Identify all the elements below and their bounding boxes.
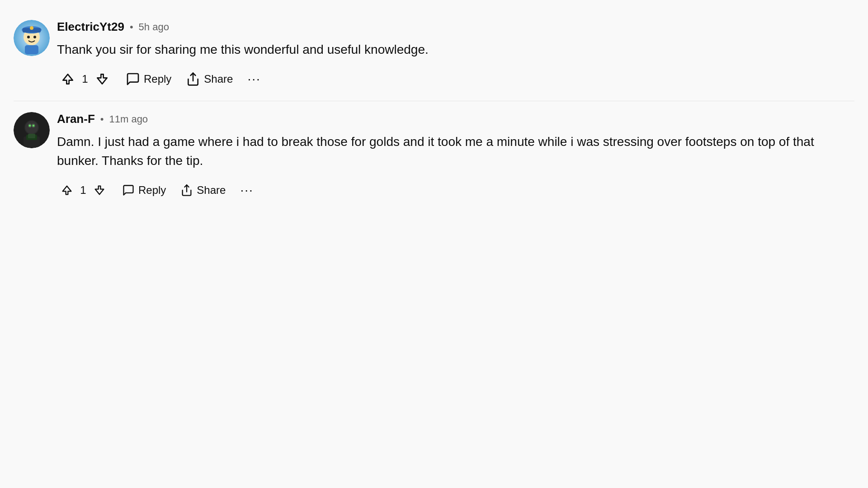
avatar: [14, 20, 50, 56]
vote-count: 1: [79, 184, 88, 197]
reply-label: Reply: [138, 184, 166, 197]
more-label: ···: [240, 183, 253, 197]
comment-item: ElectricYt29 • 5h ago Thank you sir for …: [14, 9, 854, 101]
downvote-button[interactable]: [91, 68, 113, 90]
share-label: Share: [204, 73, 233, 85]
svg-point-7: [30, 26, 33, 30]
comment-text: Damn. I just had a game where i had to b…: [57, 132, 854, 170]
svg-rect-6: [25, 45, 38, 54]
svg-point-5: [33, 36, 36, 38]
comment-header: Aran-F • 11m ago: [57, 112, 854, 126]
downvote-button[interactable]: [90, 180, 109, 200]
more-options-button[interactable]: ···: [235, 179, 259, 201]
share-button[interactable]: Share: [180, 68, 238, 90]
svg-rect-20: [28, 134, 35, 138]
comment-actions: 1 Reply: [57, 68, 854, 90]
comment-item: Aran-F • 11m ago Damn. I just had a game…: [14, 101, 854, 212]
comment-text: Thank you sir for sharing me this wonder…: [57, 40, 854, 59]
comment-dot: •: [130, 21, 133, 33]
comment-header: ElectricYt29 • 5h ago: [57, 20, 854, 34]
share-label: Share: [197, 184, 226, 197]
comment-body: ElectricYt29 • 5h ago Thank you sir for …: [57, 20, 854, 90]
svg-point-11: [25, 121, 38, 134]
vote-area: 1: [57, 180, 109, 200]
share-button[interactable]: Share: [175, 180, 231, 200]
upvote-button[interactable]: [57, 180, 77, 200]
reply-button[interactable]: Reply: [117, 180, 171, 200]
upvote-button[interactable]: [57, 68, 79, 90]
more-label: ···: [247, 72, 260, 86]
comment-author: Aran-F: [57, 112, 95, 126]
comment-time: 11m ago: [109, 113, 148, 125]
more-options-button[interactable]: ···: [242, 68, 266, 90]
comment-author: ElectricYt29: [57, 20, 124, 34]
comment-actions: 1 Reply: [57, 179, 854, 201]
comment-dot: •: [100, 113, 104, 125]
comment-time: 5h ago: [139, 21, 169, 33]
vote-count: 1: [80, 73, 90, 85]
comments-section: ElectricYt29 • 5h ago Thank you sir for …: [0, 0, 868, 221]
vote-area: 1: [57, 68, 113, 90]
svg-point-17: [33, 125, 34, 127]
reply-label: Reply: [144, 73, 171, 85]
avatar: [14, 112, 50, 148]
comment-body: Aran-F • 11m ago Damn. I just had a game…: [57, 112, 854, 201]
reply-button[interactable]: Reply: [120, 68, 177, 90]
svg-point-16: [29, 125, 31, 127]
svg-point-4: [27, 36, 30, 38]
